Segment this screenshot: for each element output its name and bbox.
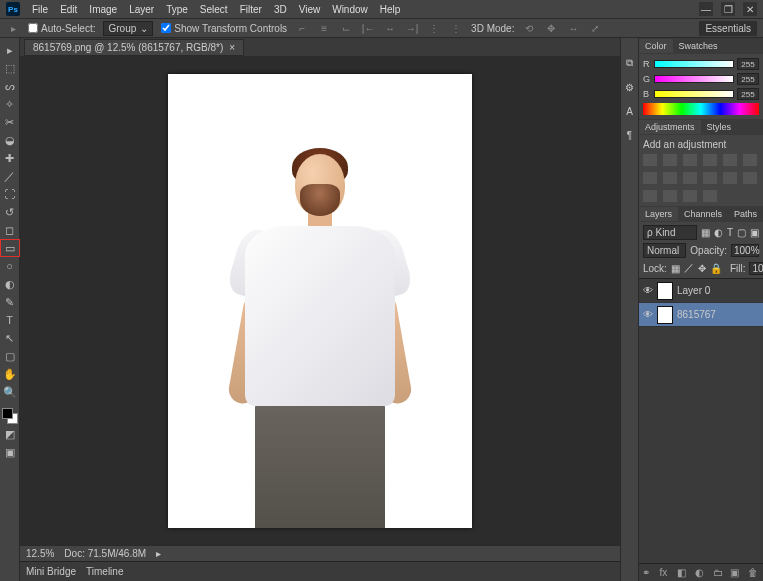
window-minimize-icon[interactable]: —	[699, 2, 713, 16]
color-spectrum[interactable]	[643, 103, 759, 115]
status-arrow-icon[interactable]: ▸	[156, 548, 161, 559]
zoom-level[interactable]: 12.5%	[26, 548, 54, 559]
filter-smart-icon[interactable]: ▣	[750, 227, 759, 238]
filter-shape-icon[interactable]: ▢	[737, 227, 746, 238]
red-slider[interactable]	[654, 60, 734, 68]
tab-mini-bridge[interactable]: Mini Bridge	[26, 566, 76, 577]
green-value-input[interactable]: 255	[737, 73, 759, 85]
adj-bw-icon[interactable]	[663, 172, 677, 184]
new-layer-icon[interactable]: ▣	[730, 567, 742, 579]
align-vcenter-icon[interactable]: ≡	[317, 21, 331, 35]
properties-panel-icon[interactable]: ⚙	[623, 80, 637, 94]
tab-color[interactable]: Color	[639, 39, 673, 53]
3d-scale-icon[interactable]: ⤢	[588, 21, 602, 35]
blue-slider[interactable]	[654, 90, 734, 98]
red-value-input[interactable]: 255	[737, 58, 759, 70]
adj-levels-icon[interactable]	[663, 154, 677, 166]
tab-paths[interactable]: Paths	[728, 207, 763, 221]
layer-filter-kind[interactable]: ρ Kind	[643, 225, 697, 240]
window-close-icon[interactable]: ✕	[743, 2, 757, 16]
hand-tool[interactable]: ✋	[1, 366, 19, 382]
filter-pixel-icon[interactable]: ▦	[701, 227, 710, 238]
menu-window[interactable]: Window	[332, 4, 368, 15]
zoom-tool[interactable]: 🔍	[1, 384, 19, 400]
layer-mask-icon[interactable]: ◧	[677, 567, 689, 579]
workspace-switcher[interactable]: Essentials	[699, 21, 757, 36]
type-tool[interactable]: T	[1, 312, 19, 328]
move-tool[interactable]: ▸	[1, 42, 19, 58]
menu-edit[interactable]: Edit	[60, 4, 77, 15]
crop-tool[interactable]: ✂	[1, 114, 19, 130]
layer-name[interactable]: Layer 0	[677, 285, 710, 296]
align-right-icon[interactable]: →|	[405, 21, 419, 35]
3d-rotate-icon[interactable]: ⟲	[522, 21, 536, 35]
adj-brightness-icon[interactable]	[643, 154, 657, 166]
align-top-icon[interactable]: ⌐	[295, 21, 309, 35]
distribute-top-icon[interactable]: ⋮	[427, 21, 441, 35]
stamp-tool[interactable]: ⛶	[1, 186, 19, 202]
layer-thumbnail[interactable]	[657, 282, 673, 300]
adj-exposure-icon[interactable]	[703, 154, 717, 166]
shape-tool[interactable]: ▢	[1, 348, 19, 364]
menu-image[interactable]: Image	[89, 4, 117, 15]
canvas-viewport[interactable]	[20, 56, 620, 545]
brush-tool[interactable]: ／	[1, 168, 19, 184]
blue-value-input[interactable]: 255	[737, 88, 759, 100]
opacity-input[interactable]: 100%	[731, 244, 759, 257]
dodge-tool[interactable]: ◐	[1, 276, 19, 292]
new-adjustment-icon[interactable]: ◐	[695, 567, 707, 579]
layer-row[interactable]: 👁 Layer 0	[639, 279, 763, 303]
lock-pixels-icon[interactable]: ／	[684, 261, 694, 275]
gradient-tool[interactable]: ▭	[1, 240, 19, 256]
path-select-tool[interactable]: ↖	[1, 330, 19, 346]
auto-select-checkbox[interactable]: Auto-Select:	[28, 23, 95, 34]
tab-layers[interactable]: Layers	[639, 207, 678, 221]
lasso-tool[interactable]: ᔕ	[1, 78, 19, 94]
layer-style-icon[interactable]: fx	[660, 567, 672, 579]
fill-input[interactable]: 100%	[749, 262, 763, 275]
menu-3d[interactable]: 3D	[274, 4, 287, 15]
adj-channelmixer-icon[interactable]	[703, 172, 717, 184]
character-panel-icon[interactable]: A	[623, 104, 637, 118]
layer-name[interactable]: 8615767	[677, 309, 716, 320]
lock-transparent-icon[interactable]: ▦	[671, 263, 680, 274]
magic-wand-tool[interactable]: ✧	[1, 96, 19, 112]
history-brush-tool[interactable]: ↺	[1, 204, 19, 220]
adj-gradientmap-icon[interactable]	[683, 190, 697, 202]
adj-posterize-icon[interactable]	[643, 190, 657, 202]
menu-type[interactable]: Type	[166, 4, 188, 15]
close-tab-icon[interactable]: ×	[229, 42, 235, 53]
delete-layer-icon[interactable]: 🗑	[748, 567, 760, 579]
visibility-toggle-icon[interactable]: 👁	[643, 285, 653, 296]
menu-help[interactable]: Help	[380, 4, 401, 15]
align-bottom-icon[interactable]: ⌙	[339, 21, 353, 35]
tab-adjustments[interactable]: Adjustments	[639, 120, 701, 134]
auto-select-mode-select[interactable]: Group ⌄	[103, 21, 153, 36]
show-transform-checkbox[interactable]: Show Transform Controls	[161, 23, 287, 34]
menu-filter[interactable]: Filter	[240, 4, 262, 15]
green-slider[interactable]	[654, 75, 734, 83]
pen-tool[interactable]: ✎	[1, 294, 19, 310]
history-panel-icon[interactable]: ⧉	[623, 56, 637, 70]
adj-selectivecolor-icon[interactable]	[703, 190, 717, 202]
distribute-bottom-icon[interactable]: ⋮	[449, 21, 463, 35]
menu-select[interactable]: Select	[200, 4, 228, 15]
3d-pan-icon[interactable]: ✥	[544, 21, 558, 35]
window-restore-icon[interactable]: ❐	[721, 2, 735, 16]
visibility-toggle-icon[interactable]: 👁	[643, 309, 653, 320]
adj-colorlookup-icon[interactable]	[723, 172, 737, 184]
paragraph-panel-icon[interactable]: ¶	[623, 128, 637, 142]
adj-photofilter-icon[interactable]	[683, 172, 697, 184]
adj-colorbalance-icon[interactable]	[643, 172, 657, 184]
adj-vibrance-icon[interactable]	[723, 154, 737, 166]
tab-timeline[interactable]: Timeline	[86, 566, 123, 577]
document-info[interactable]: Doc: 71.5M/46.8M	[64, 548, 146, 559]
quick-mask-tool[interactable]: ◩	[1, 426, 19, 442]
filter-adj-icon[interactable]: ◐	[714, 227, 723, 238]
link-layers-icon[interactable]: ⚭	[642, 567, 654, 579]
layer-thumbnail[interactable]	[657, 306, 673, 324]
marquee-tool[interactable]: ⬚	[1, 60, 19, 76]
eraser-tool[interactable]: ◻	[1, 222, 19, 238]
menu-file[interactable]: File	[32, 4, 48, 15]
tab-swatches[interactable]: Swatches	[673, 39, 724, 53]
